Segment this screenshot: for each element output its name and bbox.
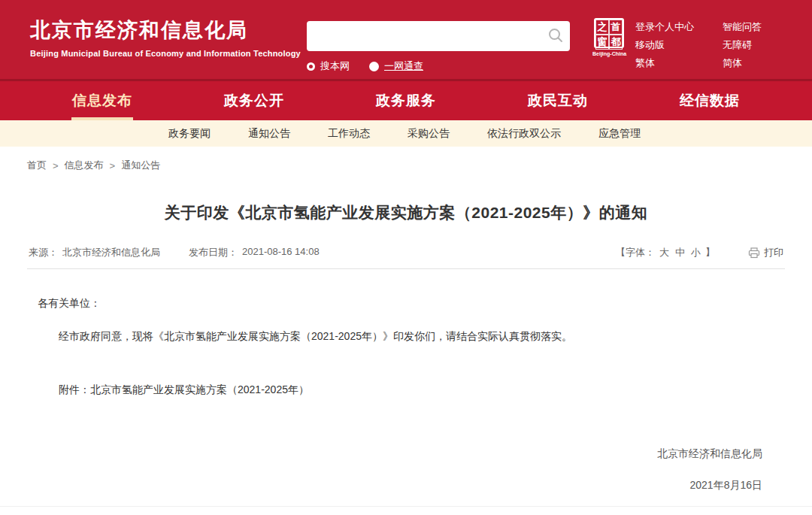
font-size-medium-button[interactable]: 中	[674, 246, 686, 259]
search-scope-options: 搜本网 一网通查	[307, 59, 570, 73]
meta-publish-date: 发布日期： 2021-08-16 14:08	[189, 246, 320, 259]
quick-links-col2: 智能问答 无障碍 简体	[723, 20, 762, 70]
subnav-item-notices[interactable]: 通知公告	[248, 127, 290, 141]
body-paragraph: 经市政府同意，现将《北京市氢能产业发展实施方案（2021-2025年）》印发你们…	[38, 328, 774, 344]
font-size-prefix: 【字体：	[616, 246, 655, 259]
link-traditional-chinese[interactable]: 繁体	[635, 56, 694, 70]
breadcrumb: 首页 > 信息发布 > 通知公告	[27, 159, 812, 172]
radio-ring-icon[interactable]	[307, 62, 315, 71]
breadcrumb-separator: >	[110, 160, 116, 171]
salutation: 各有关单位：	[38, 295, 774, 311]
scope-option-label[interactable]: 搜本网	[320, 59, 350, 73]
header-quick-links: 登录个人中心 移动版 繁体 智能问答 无障碍 简体	[635, 20, 762, 70]
print-button[interactable]: 打印	[748, 246, 783, 259]
seal-logo-grid: 之 首 窗 都	[594, 18, 624, 48]
link-accessibility[interactable]: 无障碍	[723, 38, 762, 52]
signature-org: 北京市经济和信息化局	[20, 447, 762, 461]
date-value: 2021-08-16 14:08	[242, 246, 320, 259]
font-size-large-button[interactable]: 大	[658, 246, 671, 259]
nav-item-information-release[interactable]: 信息发布	[26, 81, 178, 120]
font-size-small-button[interactable]: 小	[689, 246, 702, 259]
subnav-item-work-updates[interactable]: 工作动态	[328, 127, 370, 141]
scope-option-unified[interactable]: 一网通查	[369, 59, 423, 73]
search-icon	[547, 27, 564, 44]
printer-icon	[748, 247, 760, 259]
article: 关于印发《北京市氢能产业发展实施方案（2021-2025年）》的通知 来源： 北…	[20, 202, 792, 492]
scope-option-site[interactable]: 搜本网	[307, 59, 350, 73]
search-box	[307, 21, 570, 51]
search-area: 搜本网 一网通查	[307, 21, 570, 73]
quick-links-col1: 登录个人中心 移动版 繁体	[635, 20, 694, 70]
site-subtitle-en: Beijing Municipal Bureau of Economy and …	[30, 49, 301, 58]
site-header: 北京市经济和信息化局 Beijing Municipal Bureau of E…	[0, 0, 812, 79]
article-body: 各有关单位： 经市政府同意，现将《北京市氢能产业发展实施方案（2021-2025…	[38, 295, 774, 398]
scope-option-label[interactable]: 一网通查	[384, 59, 423, 73]
date-label: 发布日期：	[189, 246, 238, 259]
font-size-control: 【字体： 大 中 小 】	[616, 246, 715, 259]
nav-item-government-disclosure[interactable]: 政务公开	[178, 81, 330, 120]
link-smart-qa[interactable]: 智能问答	[723, 20, 762, 34]
source-value: 北京市经济和信息化局	[62, 246, 160, 259]
meta-divider	[27, 268, 785, 269]
sub-nav: 政务要闻 通知公告 工作动态 采购公告 依法行政双公示 应急管理	[0, 120, 812, 147]
seal-char: 首	[609, 20, 623, 35]
subnav-item-emergency-management[interactable]: 应急管理	[598, 127, 641, 141]
breadcrumb-notices[interactable]: 通知公告	[121, 159, 160, 172]
source-label: 来源：	[29, 246, 58, 259]
search-input[interactable]	[314, 21, 540, 51]
breadcrumb-information-release[interactable]: 信息发布	[65, 159, 104, 172]
breadcrumb-home[interactable]: 首页	[27, 159, 47, 172]
signature-block: 北京市经济和信息化局 2021年8月16日	[20, 447, 762, 492]
breadcrumb-separator: >	[53, 160, 59, 171]
signature-date: 2021年8月16日	[20, 479, 762, 492]
subnav-item-dual-disclosure[interactable]: 依法行政双公示	[487, 127, 561, 141]
main-nav: 信息发布 政务公开 政务服务 政民互动 经信数据	[0, 81, 812, 120]
subnav-item-government-news[interactable]: 政务要闻	[168, 127, 211, 141]
page-bottom-divider	[0, 506, 812, 507]
link-simplified-chinese[interactable]: 简体	[723, 56, 762, 70]
seal-caption: Beijing-China	[592, 51, 626, 56]
subnav-item-procurement[interactable]: 采购公告	[408, 127, 450, 141]
nav-item-economic-data[interactable]: 经信数据	[634, 81, 786, 120]
meta-right: 【字体： 大 中 小 】 打印	[616, 246, 783, 259]
beijing-china-seal-logo[interactable]: 之 首 窗 都 Beijing-China	[592, 18, 626, 56]
meta-left: 来源： 北京市经济和信息化局 发布日期： 2021-08-16 14:08	[29, 246, 320, 259]
site-title: 北京市经济和信息化局	[30, 17, 301, 44]
print-label[interactable]: 打印	[764, 246, 783, 259]
attachment-line[interactable]: 附件：北京市氢能产业发展实施方案（2021-2025年）	[38, 381, 774, 398]
meta-source: 来源： 北京市经济和信息化局	[29, 246, 160, 259]
nav-item-public-interaction[interactable]: 政民互动	[482, 81, 634, 120]
seal-char: 都	[609, 35, 623, 50]
article-title: 关于印发《北京市氢能产业发展实施方案（2021-2025年）》的通知	[20, 202, 792, 223]
radio-dot-icon[interactable]	[369, 62, 379, 71]
seal-char: 之	[595, 20, 609, 35]
font-size-suffix: 】	[705, 246, 715, 259]
seal-char: 窗	[595, 35, 609, 50]
nav-item-government-services[interactable]: 政务服务	[330, 81, 482, 120]
site-identity: 北京市经济和信息化局 Beijing Municipal Bureau of E…	[30, 17, 301, 58]
search-button[interactable]	[546, 26, 565, 46]
link-mobile-version[interactable]: 移动版	[635, 38, 694, 52]
link-login-personal-center[interactable]: 登录个人中心	[635, 20, 694, 34]
article-meta-row: 来源： 北京市经济和信息化局 发布日期： 2021-08-16 14:08 【字…	[20, 246, 792, 259]
